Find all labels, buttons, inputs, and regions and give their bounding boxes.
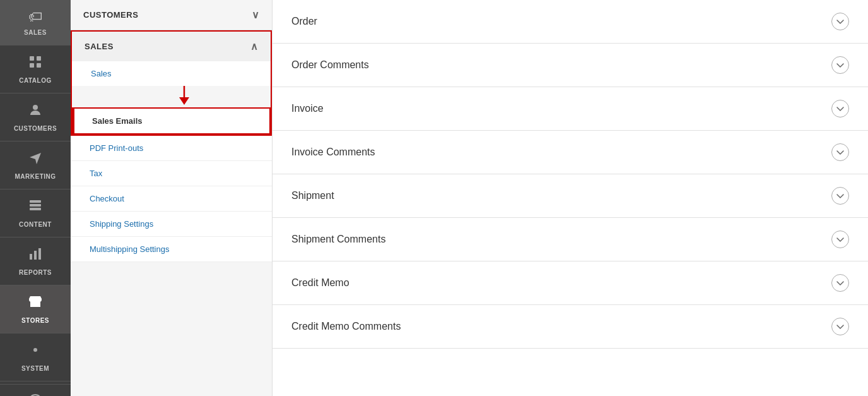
sidebar-item-system[interactable]: SYSTEM	[0, 333, 71, 381]
left-nav: 🏷 SALES CATALOG CUSTOMERS MARKETING CONT…	[0, 0, 71, 396]
extensions-icon	[28, 393, 43, 396]
sidebar-item-label: CATALOG	[19, 77, 51, 84]
expand-icon-credit-memo[interactable]	[831, 274, 849, 292]
checkout-label: Checkout	[90, 194, 124, 203]
svg-rect-11	[33, 302, 37, 307]
section-title-shipment: Shipment	[291, 190, 334, 201]
expand-icon-shipment-comments[interactable]	[831, 231, 849, 248]
expand-icon-invoice[interactable]	[831, 100, 849, 117]
svg-rect-3	[37, 63, 41, 68]
stores-icon	[28, 294, 43, 313]
svg-rect-7	[30, 208, 41, 210]
sidebar-item-label: SALES	[24, 29, 47, 36]
section-title-order-comments: Order Comments	[291, 59, 369, 71]
svg-marker-15	[179, 97, 189, 105]
tax-link[interactable]: Tax	[71, 161, 272, 186]
svg-point-4	[33, 105, 38, 110]
section-title-shipment-comments: Shipment Comments	[291, 234, 385, 245]
svg-rect-9	[34, 251, 37, 260]
sales-chevron-icon: ∧	[250, 40, 259, 52]
svg-rect-1	[37, 56, 41, 61]
tax-label: Tax	[90, 169, 102, 178]
section-title-credit-memo: Credit Memo	[291, 277, 349, 289]
expand-icon-shipment[interactable]	[831, 187, 849, 205]
sidebar-item-extensions[interactable]	[0, 385, 71, 396]
reports-icon	[28, 246, 43, 265]
section-title-invoice-comments: Invoice Comments	[291, 147, 375, 158]
sidebar-item-customers[interactable]: CUSTOMERS	[0, 93, 71, 141]
customers-icon	[28, 102, 43, 121]
sales-emails-label: Sales Emails	[92, 116, 143, 126]
shipping-settings-label: Shipping Settings	[90, 219, 153, 229]
customers-section-header[interactable]: CUSTOMERS ∨	[71, 0, 272, 30]
sales-section: SALES ∧ Sales Sales Emails	[71, 30, 272, 136]
pdf-printouts-link[interactable]: PDF Print-outs	[71, 136, 272, 161]
sales-header-label: SALES	[85, 42, 114, 51]
sales-link-label: Sales	[91, 69, 112, 78]
section-row-credit-memo[interactable]: Credit Memo	[273, 261, 868, 305]
sales-section-header[interactable]: SALES ∧	[72, 32, 271, 61]
section-row-shipment-comments[interactable]: Shipment Comments	[273, 218, 868, 261]
section-title-order: Order	[291, 16, 317, 27]
checkout-link[interactable]: Checkout	[71, 186, 272, 212]
expand-icon-credit-memo-comments[interactable]	[831, 318, 849, 335]
section-row-order[interactable]: Order	[273, 0, 868, 44]
sidebar-item-content[interactable]: CONTENT	[0, 189, 71, 237]
sidebar-item-marketing[interactable]: MARKETING	[0, 141, 71, 189]
sales-icon: 🏷	[28, 9, 43, 25]
main-content: Order Order Comments Invoice Invoice Com…	[273, 0, 868, 396]
customers-chevron-icon: ∨	[252, 9, 260, 21]
svg-rect-2	[30, 63, 34, 68]
sidebar-item-stores[interactable]: STORES	[0, 285, 71, 333]
multishipping-settings-link[interactable]: Multishipping Settings	[71, 237, 272, 262]
svg-point-12	[33, 348, 37, 352]
section-row-invoice-comments[interactable]: Invoice Comments	[273, 131, 868, 174]
section-title-credit-memo-comments: Credit Memo Comments	[291, 321, 401, 332]
svg-rect-8	[30, 254, 32, 260]
second-panel: CUSTOMERS ∨ SALES ∧ Sales Sales Emails P…	[71, 0, 273, 396]
customers-header-label: CUSTOMERS	[83, 10, 138, 20]
sidebar-item-sales[interactable]: 🏷 SALES	[0, 0, 71, 45]
sidebar-item-label: CONTENT	[19, 221, 52, 228]
svg-rect-6	[30, 204, 41, 207]
sidebar-item-catalog[interactable]: CATALOG	[0, 45, 71, 93]
sidebar-item-label: CUSTOMERS	[14, 125, 57, 132]
pdf-printouts-label: PDF Print-outs	[90, 143, 143, 153]
expand-icon-invoice-comments[interactable]	[831, 143, 849, 161]
system-icon	[28, 342, 43, 361]
sidebar-item-label: MARKETING	[15, 173, 56, 180]
content-icon	[28, 198, 43, 217]
svg-rect-10	[38, 248, 41, 260]
section-row-order-comments[interactable]: Order Comments	[273, 44, 868, 87]
sidebar-item-label: SYSTEM	[21, 365, 49, 372]
sidebar-item-label: STORES	[21, 317, 49, 324]
shipping-settings-link[interactable]: Shipping Settings	[71, 212, 272, 237]
sidebar-item-reports[interactable]: REPORTS	[0, 237, 71, 285]
section-title-invoice: Invoice	[291, 103, 324, 114]
sales-link[interactable]: Sales	[72, 61, 271, 86]
marketing-icon	[28, 150, 43, 169]
sales-emails-link[interactable]: Sales Emails	[72, 107, 271, 135]
section-row-credit-memo-comments[interactable]: Credit Memo Comments	[273, 305, 868, 349]
expand-icon-order[interactable]	[831, 13, 849, 30]
section-row-shipment[interactable]: Shipment	[273, 174, 868, 218]
catalog-icon	[28, 54, 43, 73]
sections-list: Order Order Comments Invoice Invoice Com…	[273, 0, 868, 349]
section-row-invoice[interactable]: Invoice	[273, 87, 868, 131]
multishipping-settings-label: Multishipping Settings	[90, 244, 169, 254]
svg-rect-5	[30, 200, 41, 203]
sidebar-item-label: REPORTS	[19, 269, 52, 276]
svg-rect-0	[30, 56, 34, 61]
arrow-down-indicator	[72, 86, 271, 107]
expand-icon-order-comments[interactable]	[831, 56, 849, 74]
